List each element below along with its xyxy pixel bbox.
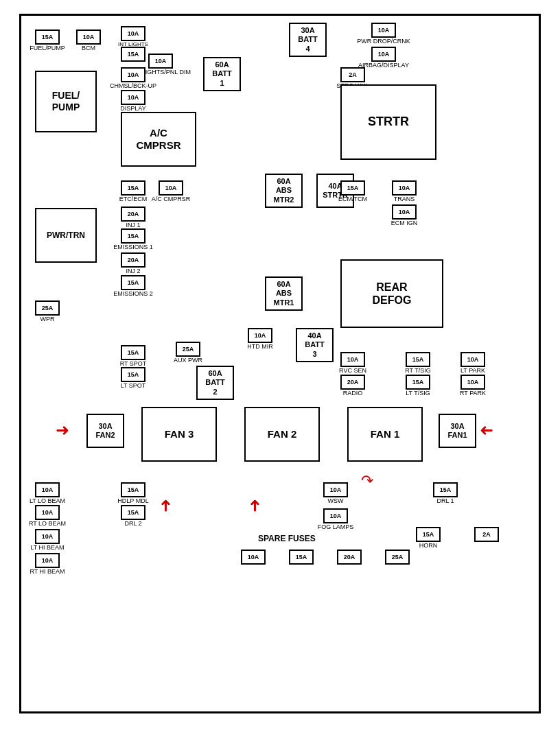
fuse-airbag-display: 10A AIRBAG/DISPLAY [371,47,396,62]
fuse-drl1: 15A DRL 1 [433,482,458,497]
spare-fuses-label: SPARE FUSES [258,534,316,543]
fuse-fan2-30a: 30A FAN2 [86,414,124,448]
fuse-trans-10a: 10A TRANS [392,180,417,196]
fuse-rt-park: 10A RT PARK [460,375,485,390]
fuse-chmsl-bck-up: 10A CHMSL/BCK-UP [121,67,145,82]
fuse-diagram: 15A FUEL/PUMP 10A BCM 10A INT LIGHTS 15A… [19,14,541,713]
fuse-lt-lo-beam: 10A LT LO BEAM [35,482,60,497]
fuse-ac-cmprsr-10a: 10A A/C CMPRSR [159,180,183,196]
fuse-inj2: 20A INJ 2 [121,252,145,268]
fuse-rt-lo-beam: 10A RT LO BEAM [35,505,60,520]
fuse-fuel-pump-15a: 15A FUEL/PUMP [35,29,60,45]
fuse-fog-lamps: 10A FOG LAMPS [323,508,348,523]
fuse-spare-15a: 15A [289,550,314,565]
fuse-pwr-trn-box: PWR/TRN [35,208,97,263]
fuse-htd-mir: 10A HTD MIR [248,328,272,343]
fuse-fan1-box: FAN 1 [347,407,423,462]
fuse-fan2-box: FAN 2 [244,407,320,462]
fuse-ecm-ign: 10A ECM IGN [392,204,417,220]
fuse-emissions2: 15A EMISSIONS 2 [121,275,145,290]
fuse-batt1-60a: 60A BATT 1 [203,57,241,91]
fuse-rt-spot: 15A RT SPOT [121,345,145,360]
fuse-rt-hi-beam: 10A RT HI BEAM [35,553,60,568]
fuse-spare-25a: 25A [385,550,410,565]
fuse-strg-whl: 2A STRG WHL [340,67,365,82]
fuse-rear-defog-box: REARDEFOG [340,259,443,328]
fuse-hdlp-mdl: 15A HDLP MDL [121,482,145,497]
fuse-bcm-10a: 10A BCM [76,29,101,45]
fuse-emissions1: 15A EMISSIONS 1 [121,228,145,244]
arrow-hdlp-mdl: ➜ [156,499,175,512]
fuse-fuel-pump-box: FUEL/PUMP [35,71,97,132]
fuse-batt2-60a: 60A BATT 2 [196,366,234,400]
fuse-lt-tsig: 15A LT T/SIG [406,375,430,390]
fuse-lt-hi-beam: 10A LT HI BEAM [35,529,60,544]
fuse-spare-2a: 2A [474,527,499,542]
arrow-fan2-left: ➜ [56,421,69,440]
fuse-wsw: 10A WSW [323,482,348,497]
fuse-int-lights-pnl-dim: 10A INT LIGHTS/PNL DIM [148,54,173,69]
fuse-display: 10A DISPLAY [121,90,145,105]
fuse-strtr-box: STRTR [340,84,436,160]
fuse-radio: 20A RADIO [340,375,365,390]
fuse-horn: 15A HORN [416,527,441,542]
fuse-etc-ecm: 15A ETC/ECM [121,180,145,196]
fuse-aux-pwr: 25A AUX PWR [176,342,200,357]
fuse-ac-cmprsr-box: A/CCMPRSR [121,112,196,167]
fuse-lt-spot: 15A LT SPOT [121,367,145,382]
arrow-fan1-right: ➜ [480,421,493,440]
fuse-pwr-drop-crnk: 10A PWR DROP/CRNK [371,23,396,38]
fuse-abs-mtr2: 60A ABS MTR2 [265,174,303,208]
fuse-int-lights-10a: 10A INT LIGHTS [121,26,145,41]
fuse-batt4-30a: 30A BATT 4 [289,23,327,57]
fuse-rt-tsig: 15A RT T/SIG [406,352,430,367]
arrow-fan1-curved: ↷ [361,472,373,490]
fuse-ecm-tcm: 15A ECM/TCM [340,180,365,196]
fuse-abs-mtr1: 60A ABS MTR1 [265,276,303,311]
fuse-lt-park: 10A LT PARK [460,352,485,367]
fuse-spare-10a: 10A [241,550,266,565]
arrow-fan2-up: ➜ [245,499,264,512]
fuse-inj1: 20A INJ 1 [121,206,145,222]
fuse-batt3-40a: 40A BATT 3 [296,328,334,362]
fuse-fan3-box: FAN 3 [141,407,217,462]
fuse-spare-20a: 20A [337,550,362,565]
fuse-rvc-sen: 10A RVC SEN [340,352,365,367]
fuse-drl2: 15A DRL 2 [121,505,145,520]
fuse-wpr: 25A WPR [35,300,60,316]
fuse-fan1-30a: 30A FAN1 [439,414,476,448]
fuse-int-lights-15a: 15A [121,47,145,62]
